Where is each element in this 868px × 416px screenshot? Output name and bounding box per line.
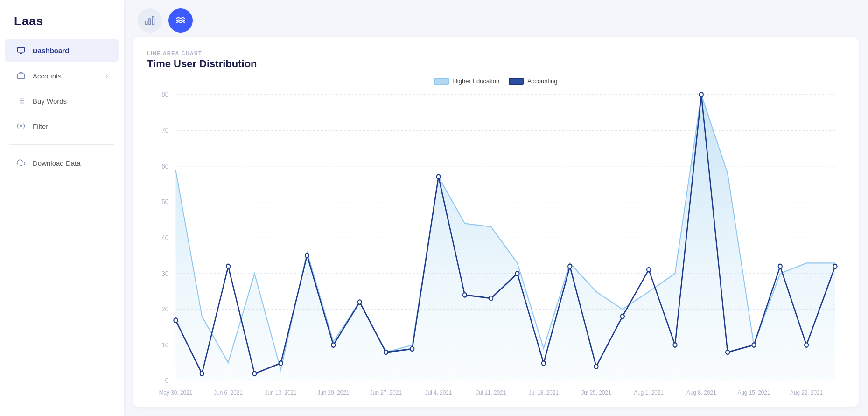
sidebar-item-dashboard[interactable]: Dashboard [5,39,119,62]
sidebar-item-accounts[interactable]: Accounts › [5,64,119,87]
dot [833,264,837,268]
dot [673,343,677,347]
wave-chart-button[interactable] [168,8,193,33]
monitor-icon [16,45,26,56]
legend-higher-education: Higher Education [434,78,499,85]
legend-color-accounting [509,78,524,85]
svg-text:20: 20 [161,305,168,313]
sidebar-item-filter[interactable]: Filter [5,114,119,138]
dot [647,268,651,272]
legend-label-higher-education: Higher Education [453,78,499,85]
svg-text:60: 60 [161,162,168,170]
svg-text:Jun 13, 2021: Jun 13, 2021 [265,389,297,396]
svg-text:Jul 11, 2021: Jul 11, 2021 [476,389,506,396]
svg-text:Jul 25, 2021: Jul 25, 2021 [581,389,611,396]
svg-rect-3 [18,74,25,79]
svg-text:Aug 22, 2021: Aug 22, 2021 [790,389,823,396]
svg-rect-0 [18,47,25,52]
cloud-download-icon [16,158,26,168]
svg-text:50: 50 [161,197,168,205]
dot [463,293,467,297]
sidebar-item-filter-label: Filter [33,122,48,130]
legend-accounting: Accounting [509,78,557,85]
chart-type-label: LINE AREA CHART [147,50,845,56]
sidebar-item-download-data-label: Download Data [33,159,81,167]
chart-legend: Higher Education Accounting [147,78,845,85]
dot [726,350,729,354]
dot [805,343,808,347]
legend-color-higher-education [434,78,449,85]
svg-text:Jul 18, 2021: Jul 18, 2021 [529,389,559,396]
svg-text:70: 70 [161,126,168,134]
dot [700,92,703,97]
chart-title: Time User Distribution [147,58,845,70]
svg-text:Jul 4, 2021: Jul 4, 2021 [425,389,452,396]
sidebar-item-dashboard-label: Dashboard [33,47,69,55]
dot [778,264,782,268]
dot [437,175,441,179]
dot [200,372,204,376]
line-area-chart: 0 10 20 30 40 50 60 70 80 [147,89,845,397]
dot [568,264,572,268]
dot [279,361,283,365]
svg-rect-14 [146,21,147,24]
svg-text:Aug 15, 2021: Aug 15, 2021 [737,389,770,396]
sidebar: Laas Dashboard Accounts › Buy Words [0,0,124,416]
dot [594,364,598,368]
svg-text:0: 0 [165,376,168,384]
svg-text:Jun 6, 2021: Jun 6, 2021 [214,389,243,396]
dot [515,271,519,275]
dot [358,300,362,304]
legend-label-accounting: Accounting [527,78,557,85]
svg-text:80: 80 [161,91,168,99]
briefcase-icon [16,71,26,81]
chevron-right-icon: › [106,72,108,79]
sidebar-divider [9,144,114,145]
dot [226,264,230,268]
sidebar-nav: Dashboard Accounts › Buy Words Filter [0,38,124,176]
main-content: LINE AREA CHART Time User Distribution H… [124,0,868,416]
svg-rect-13 [149,19,151,24]
dot [542,361,546,365]
svg-text:30: 30 [161,269,168,277]
dot [752,343,756,347]
svg-point-10 [20,125,22,127]
filter-icon [16,121,26,131]
dot [384,350,388,354]
svg-text:Jun 27, 2021: Jun 27, 2021 [370,389,402,396]
toolbar [124,0,868,37]
svg-text:Aug 8, 2021: Aug 8, 2021 [686,389,716,396]
svg-text:May 30, 2021: May 30, 2021 [159,389,192,396]
sidebar-item-buy-words[interactable]: Buy Words [5,89,119,113]
chart-container: LINE AREA CHART Time User Distribution H… [133,37,859,407]
sidebar-item-accounts-label: Accounts [33,72,62,80]
sidebar-item-download-data[interactable]: Download Data [5,151,119,175]
dot [305,253,309,257]
dot [331,343,335,347]
list-icon [16,96,26,106]
svg-text:10: 10 [161,341,168,349]
dot [252,372,256,376]
dot [621,314,624,318]
dot [410,347,414,351]
svg-rect-12 [153,17,154,25]
svg-text:40: 40 [161,233,168,241]
svg-text:Aug 1, 2021: Aug 1, 2021 [634,389,663,396]
dot [174,318,177,322]
bar-chart-button[interactable] [138,8,162,33]
svg-text:Jun 20, 2021: Jun 20, 2021 [317,389,349,396]
sidebar-item-buy-words-label: Buy Words [33,97,67,105]
app-logo: Laas [0,0,124,38]
dot [489,296,493,300]
